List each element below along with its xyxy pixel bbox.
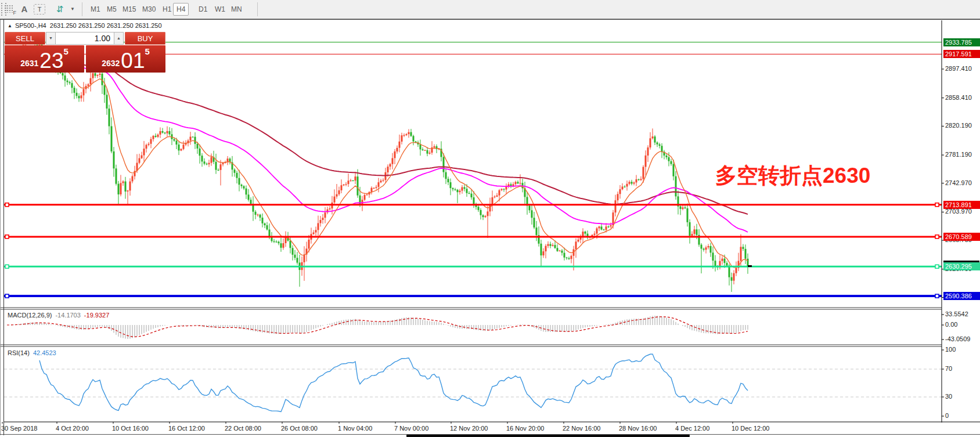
- horizontal-level-line[interactable]: [4, 235, 942, 239]
- rsi-scale-label: 100: [945, 346, 956, 353]
- date-label: 30 Sep 2018: [1, 425, 37, 432]
- date-label: 26 Oct 08:00: [281, 425, 318, 432]
- sell-price-fraction: 5: [63, 46, 68, 56]
- date-label: 12 Nov 20:00: [450, 425, 488, 432]
- window-left-border: [0, 20, 1, 435]
- buy-price-button[interactable]: 2632 01 5: [86, 45, 165, 73]
- line-handle[interactable]: [935, 203, 939, 207]
- date-label: 28 Nov 16:00: [619, 425, 657, 432]
- date-label: 16 Oct 12:00: [168, 425, 205, 432]
- line-handle[interactable]: [5, 294, 9, 298]
- date-label: 10 Oct 16:00: [112, 425, 149, 432]
- date-label: 22 Oct 08:00: [225, 425, 261, 432]
- date-label: 1 Nov 04:00: [338, 425, 372, 432]
- volume-decrease-button[interactable]: ▼: [46, 32, 56, 45]
- date-label: 4 Dec 12:00: [675, 425, 709, 432]
- line-handle[interactable]: [935, 265, 939, 268]
- price-badge: 2630.295: [943, 262, 980, 270]
- trading-platform-window: { "toolbar": { "icons": {"grid_f": "F", …: [0, 0, 980, 437]
- line-handle[interactable]: [5, 235, 9, 239]
- macd-main-value: -14.1703: [55, 312, 80, 319]
- horizontal-scrollbar-thumb[interactable]: [406, 435, 690, 437]
- price-badge: 2713.891: [943, 201, 980, 209]
- one-click-trade-panel: SELL ▼ ▲ BUY 2631 23 5 2632 01 5: [5, 32, 165, 73]
- sell-price-integer: 2631: [20, 59, 38, 68]
- macd-scale-label: -43.0509: [945, 335, 970, 342]
- line-handle[interactable]: [935, 294, 939, 298]
- sell-button[interactable]: SELL: [5, 32, 45, 45]
- date-label: 4 Oct 20:00: [56, 425, 89, 432]
- date-label: 22 Nov 16:00: [563, 425, 600, 432]
- macd-scale-label: 0.00: [945, 321, 957, 328]
- rsi-value: 42.4523: [33, 349, 56, 356]
- y-axis-tick-label: 2742.970: [945, 179, 972, 186]
- line-handle[interactable]: [5, 265, 9, 268]
- buy-button[interactable]: BUY: [125, 32, 165, 45]
- collapse-quote-icon[interactable]: ▲: [8, 23, 12, 28]
- ma-fast-line: [7, 45, 748, 268]
- ohlc-values: 2631.250 2631.250 2631.250 2631.250: [50, 22, 162, 29]
- macd-scale-label: 33.5542: [945, 310, 968, 317]
- buy-price-integer: 2632: [102, 59, 120, 68]
- rsi-scale-label: 70: [945, 365, 952, 372]
- rsi-indicator-label: RSI(14)42.4523: [8, 349, 56, 356]
- y-axis-tick-label: 2897.410: [945, 65, 972, 72]
- chart-symbol-header[interactable]: ▲SP500-,H4 2631.250 2631.250 2631.250 26…: [8, 22, 162, 29]
- macd-histogram: [12, 316, 748, 339]
- rsi-line: [39, 354, 748, 411]
- date-label: 7 Nov 00:00: [394, 425, 428, 432]
- y-axis-tick-label: 2858.410: [945, 94, 972, 101]
- macd-indicator-label: MACD(12,26,9)-14.1703-19.9327: [8, 312, 109, 319]
- volume-increase-button[interactable]: ▲: [114, 32, 124, 45]
- buy-price-pips: 01: [121, 52, 145, 70]
- price-badge: 2933.785: [943, 38, 980, 46]
- macd-name: MACD(12,26,9): [8, 312, 52, 319]
- price-badge: 2917.591: [943, 50, 980, 58]
- symbol-timeframe-label: SP500-,H4: [15, 22, 46, 29]
- buy-price-fraction: 5: [145, 46, 149, 56]
- rsi-scale-label: 30: [945, 393, 952, 400]
- volume-input[interactable]: [55, 32, 114, 45]
- price-badge: 2590.386: [943, 292, 980, 300]
- rsi-scale-label: 0: [945, 412, 949, 419]
- chart-left-border: [3, 20, 4, 435]
- horizontal-level-line[interactable]: [4, 265, 942, 268]
- line-handle[interactable]: [935, 235, 939, 239]
- rsi-name: RSI(14): [8, 349, 30, 356]
- macd-signal-value: -19.9327: [84, 312, 109, 319]
- line-handle[interactable]: [5, 203, 9, 207]
- sell-price-pips: 23: [39, 52, 63, 70]
- sell-price-button[interactable]: 2631 23 5: [5, 45, 84, 73]
- chart-text-annotation[interactable]: 多空转折点2630: [715, 161, 870, 190]
- y-axis-tick-label: 2820.190: [945, 122, 972, 129]
- date-label: 10 Dec 12:00: [732, 425, 769, 432]
- price-badge: 2670.589: [943, 233, 980, 241]
- y-axis-tick-label: 2781.190: [945, 151, 972, 158]
- horizontal-level-line[interactable]: [4, 294, 942, 298]
- y-axis-tick-label: 2703.970: [945, 208, 972, 215]
- last-price-dash: [748, 265, 752, 267]
- date-label: 16 Nov 20:00: [506, 425, 544, 432]
